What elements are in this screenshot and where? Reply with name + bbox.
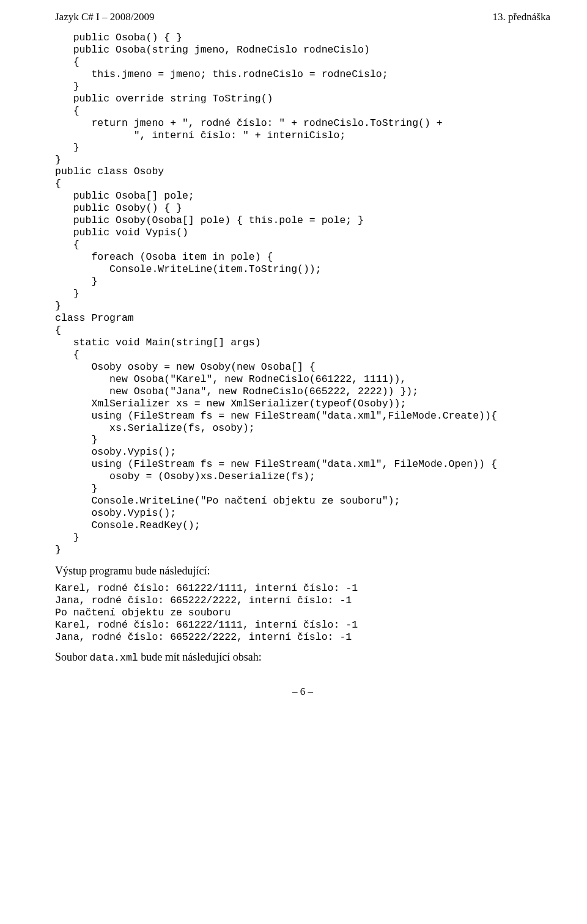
header-right: 13. přednáška — [493, 11, 550, 23]
program-output: Karel, rodné číslo: 661222/1111, interní… — [55, 582, 550, 644]
document-page: Jazyk C# I – 2008/2009 13. přednáška pub… — [0, 0, 587, 716]
file-content-paragraph: Soubor data.xml bude mít následující obs… — [55, 651, 550, 664]
output-intro-paragraph: Výstup programu bude následující: — [55, 565, 550, 578]
page-header: Jazyk C# I – 2008/2009 13. přednáška — [55, 11, 550, 23]
para2-suffix: bude mít následující obsah: — [138, 651, 262, 663]
para2-prefix: Soubor — [55, 651, 90, 663]
code-block: public Osoba() { } public Osoba(string j… — [55, 32, 550, 556]
filename-text: data.xml — [90, 652, 138, 664]
page-number: – 6 – — [55, 686, 550, 698]
header-left: Jazyk C# I – 2008/2009 — [55, 11, 154, 23]
